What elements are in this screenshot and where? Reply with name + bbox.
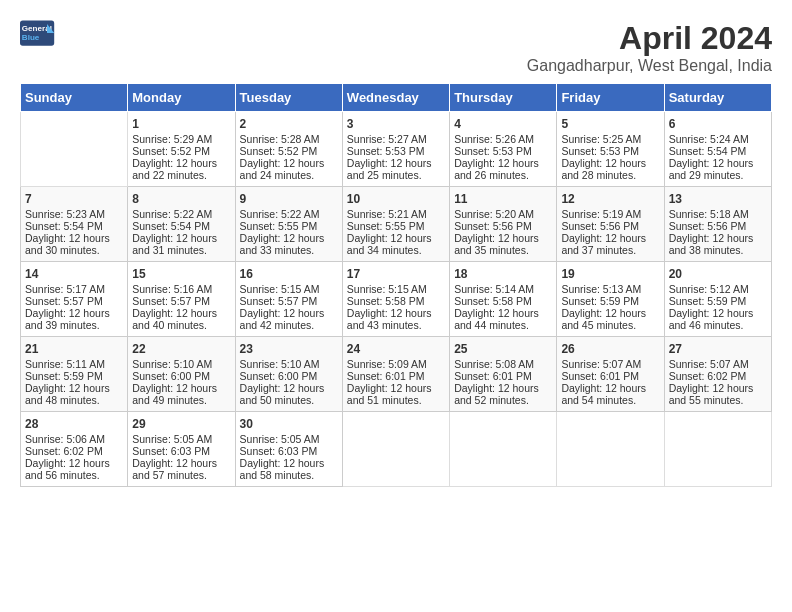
day-info: Sunset: 5:58 PM	[454, 295, 552, 307]
title-block: April 2024 Gangadharpur, West Bengal, In…	[527, 20, 772, 75]
day-info: Sunset: 6:00 PM	[132, 370, 230, 382]
calendar-cell: 14Sunrise: 5:17 AMSunset: 5:57 PMDayligh…	[21, 262, 128, 337]
calendar-cell: 3Sunrise: 5:27 AMSunset: 5:53 PMDaylight…	[342, 112, 449, 187]
day-info: and 35 minutes.	[454, 244, 552, 256]
day-info: and 38 minutes.	[669, 244, 767, 256]
col-header-wednesday: Wednesday	[342, 84, 449, 112]
day-info: Daylight: 12 hours	[669, 307, 767, 319]
day-info: Sunrise: 5:24 AM	[669, 133, 767, 145]
day-info: Sunset: 5:56 PM	[454, 220, 552, 232]
day-info: Sunrise: 5:05 AM	[240, 433, 338, 445]
day-info: Daylight: 12 hours	[561, 307, 659, 319]
day-number: 9	[240, 192, 338, 206]
week-row-3: 14Sunrise: 5:17 AMSunset: 5:57 PMDayligh…	[21, 262, 772, 337]
day-info: Daylight: 12 hours	[561, 157, 659, 169]
calendar-cell: 15Sunrise: 5:16 AMSunset: 5:57 PMDayligh…	[128, 262, 235, 337]
day-info: and 46 minutes.	[669, 319, 767, 331]
calendar-cell: 8Sunrise: 5:22 AMSunset: 5:54 PMDaylight…	[128, 187, 235, 262]
calendar-cell: 4Sunrise: 5:26 AMSunset: 5:53 PMDaylight…	[450, 112, 557, 187]
day-number: 5	[561, 117, 659, 131]
day-info: and 40 minutes.	[132, 319, 230, 331]
day-info: Daylight: 12 hours	[25, 307, 123, 319]
day-info: Sunset: 5:56 PM	[561, 220, 659, 232]
day-info: Daylight: 12 hours	[669, 157, 767, 169]
day-info: Sunset: 5:59 PM	[669, 295, 767, 307]
day-info: and 58 minutes.	[240, 469, 338, 481]
day-number: 17	[347, 267, 445, 281]
day-number: 20	[669, 267, 767, 281]
day-info: Daylight: 12 hours	[347, 307, 445, 319]
day-number: 7	[25, 192, 123, 206]
day-info: and 26 minutes.	[454, 169, 552, 181]
day-info: Daylight: 12 hours	[454, 382, 552, 394]
day-info: Sunrise: 5:10 AM	[132, 358, 230, 370]
day-number: 13	[669, 192, 767, 206]
day-number: 16	[240, 267, 338, 281]
day-info: and 51 minutes.	[347, 394, 445, 406]
calendar-header-row: SundayMondayTuesdayWednesdayThursdayFrid…	[21, 84, 772, 112]
calendar-cell: 11Sunrise: 5:20 AMSunset: 5:56 PMDayligh…	[450, 187, 557, 262]
calendar-cell: 21Sunrise: 5:11 AMSunset: 5:59 PMDayligh…	[21, 337, 128, 412]
day-info: and 28 minutes.	[561, 169, 659, 181]
day-info: and 50 minutes.	[240, 394, 338, 406]
day-info: Daylight: 12 hours	[240, 157, 338, 169]
day-number: 10	[347, 192, 445, 206]
col-header-thursday: Thursday	[450, 84, 557, 112]
day-info: Daylight: 12 hours	[347, 157, 445, 169]
day-info: Sunrise: 5:15 AM	[347, 283, 445, 295]
week-row-4: 21Sunrise: 5:11 AMSunset: 5:59 PMDayligh…	[21, 337, 772, 412]
day-info: Daylight: 12 hours	[454, 307, 552, 319]
day-info: Sunrise: 5:22 AM	[240, 208, 338, 220]
day-info: and 49 minutes.	[132, 394, 230, 406]
day-info: and 31 minutes.	[132, 244, 230, 256]
day-number: 29	[132, 417, 230, 431]
day-info: Daylight: 12 hours	[240, 382, 338, 394]
day-number: 21	[25, 342, 123, 356]
day-info: Sunset: 5:54 PM	[669, 145, 767, 157]
day-info: Sunset: 6:03 PM	[132, 445, 230, 457]
calendar-cell: 12Sunrise: 5:19 AMSunset: 5:56 PMDayligh…	[557, 187, 664, 262]
day-info: and 33 minutes.	[240, 244, 338, 256]
day-info: Sunrise: 5:23 AM	[25, 208, 123, 220]
day-info: Daylight: 12 hours	[240, 232, 338, 244]
week-row-2: 7Sunrise: 5:23 AMSunset: 5:54 PMDaylight…	[21, 187, 772, 262]
main-title: April 2024	[527, 20, 772, 57]
day-info: Sunset: 6:01 PM	[347, 370, 445, 382]
day-info: Sunset: 5:53 PM	[454, 145, 552, 157]
day-info: Daylight: 12 hours	[669, 382, 767, 394]
col-header-tuesday: Tuesday	[235, 84, 342, 112]
day-number: 1	[132, 117, 230, 131]
day-info: Sunset: 5:57 PM	[25, 295, 123, 307]
week-row-5: 28Sunrise: 5:06 AMSunset: 6:02 PMDayligh…	[21, 412, 772, 487]
calendar-cell: 6Sunrise: 5:24 AMSunset: 5:54 PMDaylight…	[664, 112, 771, 187]
day-info: Sunrise: 5:27 AM	[347, 133, 445, 145]
calendar-cell: 28Sunrise: 5:06 AMSunset: 6:02 PMDayligh…	[21, 412, 128, 487]
day-info: Daylight: 12 hours	[132, 457, 230, 469]
day-info: Sunset: 5:55 PM	[240, 220, 338, 232]
day-info: and 55 minutes.	[669, 394, 767, 406]
calendar-cell	[450, 412, 557, 487]
day-info: and 37 minutes.	[561, 244, 659, 256]
calendar-cell: 22Sunrise: 5:10 AMSunset: 6:00 PMDayligh…	[128, 337, 235, 412]
day-info: Sunrise: 5:21 AM	[347, 208, 445, 220]
day-info: Daylight: 12 hours	[25, 457, 123, 469]
day-info: Sunrise: 5:18 AM	[669, 208, 767, 220]
calendar-cell: 23Sunrise: 5:10 AMSunset: 6:00 PMDayligh…	[235, 337, 342, 412]
calendar-cell: 9Sunrise: 5:22 AMSunset: 5:55 PMDaylight…	[235, 187, 342, 262]
day-number: 4	[454, 117, 552, 131]
day-info: Daylight: 12 hours	[132, 307, 230, 319]
calendar-cell: 30Sunrise: 5:05 AMSunset: 6:03 PMDayligh…	[235, 412, 342, 487]
day-info: Daylight: 12 hours	[132, 157, 230, 169]
calendar-cell: 16Sunrise: 5:15 AMSunset: 5:57 PMDayligh…	[235, 262, 342, 337]
day-info: Sunrise: 5:06 AM	[25, 433, 123, 445]
day-info: and 44 minutes.	[454, 319, 552, 331]
day-info: Daylight: 12 hours	[454, 157, 552, 169]
day-info: Daylight: 12 hours	[132, 382, 230, 394]
day-number: 6	[669, 117, 767, 131]
col-header-saturday: Saturday	[664, 84, 771, 112]
day-number: 26	[561, 342, 659, 356]
logo-icon: General Blue	[20, 20, 56, 48]
day-number: 14	[25, 267, 123, 281]
day-info: Sunrise: 5:07 AM	[561, 358, 659, 370]
day-info: and 30 minutes.	[25, 244, 123, 256]
